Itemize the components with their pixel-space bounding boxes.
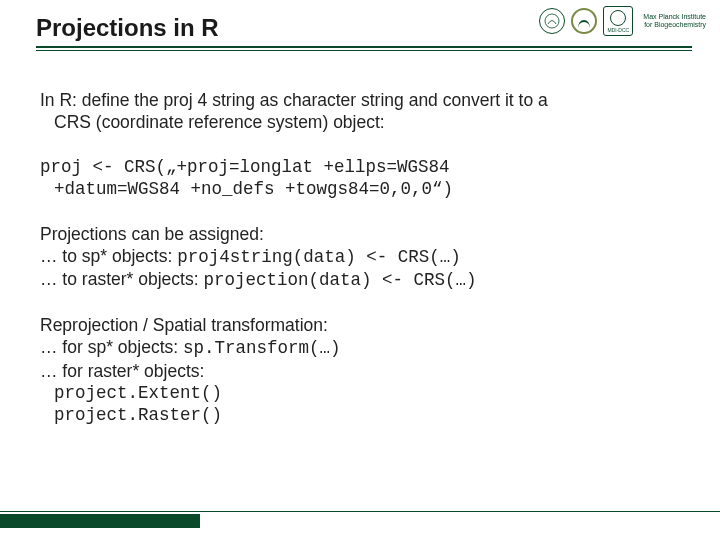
logo-cluster: MDI-DCC Max Planck Institute for Biogeoc… [539,6,706,36]
reproj-code-raster: project.Raster() [40,404,680,426]
footer-rule [0,511,720,512]
code-line1: proj <- CRS(„+proj=longlat +ellps=WGS84 [40,156,680,178]
content: In R: define the proj 4 string as charac… [0,65,720,427]
reproj-raster-line: … for raster* objects: [40,360,680,382]
assign-raster-code: projection(data) <- CRS(…) [203,270,476,290]
minerva-head-icon [543,12,561,30]
reproj-paragraph: Reprojection / Spatial transformation: …… [40,314,680,427]
intro-paragraph: In R: define the proj 4 string as charac… [40,89,680,134]
assign-heading: Projections can be assigned: [40,223,680,245]
reproj-sp-code: sp.Transform(…) [183,338,341,358]
assign-raster-text: … to raster* objects: [40,269,203,289]
institute-name: Max Planck Institute for Biogeochemistry [643,13,706,28]
title-rule-thin [36,50,692,51]
assign-sp-line: … to sp* objects: proj4string(data) <- C… [40,245,680,268]
assign-sp-code: proj4string(data) <- CRS(…) [177,247,461,267]
title-rule-thick [36,46,692,48]
reproj-sp-line: … for sp* objects: sp.Transform(…) [40,336,680,359]
footer-accent-bar [0,514,200,528]
bgc-ring-logo-icon [571,8,597,34]
slide: MDI-DCC Max Planck Institute for Biogeoc… [0,0,720,540]
assign-sp-text: … to sp* objects: [40,246,177,266]
institute-line1: Max Planck Institute [643,13,706,21]
assign-raster-line: … to raster* objects: projection(data) <… [40,268,680,291]
reproj-sp-text: … for sp* objects: [40,337,183,357]
assign-paragraph: Projections can be assigned: … to sp* ob… [40,223,680,292]
minerva-logo-icon [539,8,565,34]
svg-point-0 [545,14,559,28]
mdi-dcc-logo-icon: MDI-DCC [603,6,633,36]
code-block-crs: proj <- CRS(„+proj=longlat +ellps=WGS84 … [40,156,680,201]
reproj-code-extent: project.Extent() [40,382,680,404]
institute-line2: for Biogeochemistry [643,21,706,29]
logo-box-label: MDI-DCC [608,28,630,33]
intro-line2: CRS (coordinate reference system) object… [40,111,680,133]
header: MDI-DCC Max Planck Institute for Biogeoc… [0,0,720,65]
code-line2: +datum=WGS84 +no_defs +towgs84=0,0,0“) [40,178,680,200]
reproj-heading: Reprojection / Spatial transformation: [40,314,680,336]
intro-line1: In R: define the proj 4 string as charac… [40,89,680,111]
